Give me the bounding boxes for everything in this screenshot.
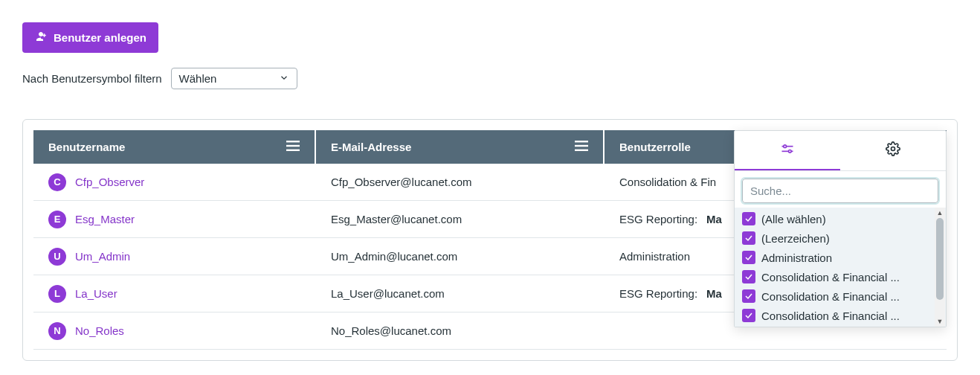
select-value: Wählen [179,72,217,85]
svg-point-9 [789,150,792,153]
svg-rect-1 [286,145,300,147]
filter-option-label: Consolidation & Financial ... [761,271,938,283]
column-menu-icon[interactable] [286,141,300,153]
filter-option[interactable]: Administration [735,248,946,267]
svg-rect-3 [575,141,588,142]
checkbox-checked-icon[interactable] [742,289,755,303]
column-header-label: Benutzerrolle [619,141,691,153]
cell-username[interactable]: NNo_Roles [33,313,316,349]
svg-rect-2 [286,150,300,151]
cell-email: Cfp_Observer@lucanet.com [316,167,605,197]
filter-option-label: Consolidation & Financial ... [761,290,938,303]
chevron-down-icon [279,72,289,85]
user-plus-icon [34,30,48,45]
username-text: No_Roles [75,324,124,337]
filter-options-list: (Alle wählen)(Leerzeichen)Administration… [735,208,946,327]
column-header-label: Benutzername [48,141,125,153]
svg-rect-5 [575,150,588,151]
checkbox-checked-icon[interactable] [742,309,755,322]
filter-option-label: Administration [761,251,938,264]
filter-option-label: (Leerzeichen) [761,232,938,245]
avatar: C [48,173,66,191]
cell-username[interactable]: UUm_Admin [33,239,316,275]
scroll-thumb[interactable] [936,218,944,300]
checkbox-checked-icon[interactable] [742,212,755,225]
cell-username[interactable]: EEsg_Master [33,202,316,237]
scroll-up-arrow[interactable]: ▲ [935,208,945,218]
role-filter-popup: (Alle wählen)(Leerzeichen)Administration… [734,130,947,327]
filter-option[interactable]: (Alle wählen) [735,209,946,228]
avatar: L [48,285,66,303]
cell-email: No_Roles@lucanet.com [316,315,605,346]
filter-by-usersymbol-label: Nach Benutzersymbol filtern [22,72,162,85]
filter-option-label: (Alle wählen) [761,213,938,225]
scrollbar[interactable]: ▲ ▼ [935,208,945,327]
svg-point-8 [784,145,787,148]
column-header-email[interactable]: E-Mail-Adresse [316,130,605,164]
filter-option[interactable]: Consolidation & Financial ... [735,267,946,286]
cell-username[interactable]: CCfp_Observer [33,164,316,200]
checkbox-checked-icon[interactable] [742,231,755,245]
scroll-down-arrow[interactable]: ▼ [935,316,945,327]
checkbox-checked-icon[interactable] [742,251,755,264]
cell-email: Um_Admin@lucanet.com [316,241,605,272]
column-header-username[interactable]: Benutzername [33,130,316,164]
username-text: La_User [75,287,117,300]
svg-point-10 [892,147,895,151]
checkbox-checked-icon[interactable] [742,270,755,283]
svg-rect-0 [286,141,300,142]
avatar: E [48,211,66,228]
sliders-icon [780,141,795,158]
cell-email: La_User@lucanet.com [316,278,605,309]
svg-rect-4 [575,145,588,147]
filter-tab-settings[interactable] [840,131,946,170]
username-text: Um_Admin [75,250,130,263]
avatar: U [48,248,66,266]
filter-search-input[interactable] [742,179,938,203]
username-text: Esg_Master [75,213,135,225]
filter-tab-filter[interactable] [735,131,840,170]
create-user-button[interactable]: Benutzer anlegen [22,22,158,53]
filter-option-label: Consolidation & Financial ... [761,310,938,322]
usersymbol-select[interactable]: Wählen [171,68,297,89]
filter-option[interactable]: Consolidation & Financial ... [735,286,946,306]
cell-email: Esg_Master@lucanet.com [316,204,605,234]
gear-icon [886,141,900,158]
column-header-label: E-Mail-Adresse [331,141,411,153]
filter-option[interactable]: Consolidation & Financial ... [735,306,946,325]
column-menu-icon[interactable] [575,141,588,153]
cell-username[interactable]: LLa_User [33,276,316,312]
username-text: Cfp_Observer [75,176,144,188]
avatar: N [48,322,66,340]
filter-option[interactable]: (Leerzeichen) [735,228,946,248]
create-user-label: Benutzer anlegen [54,31,146,44]
